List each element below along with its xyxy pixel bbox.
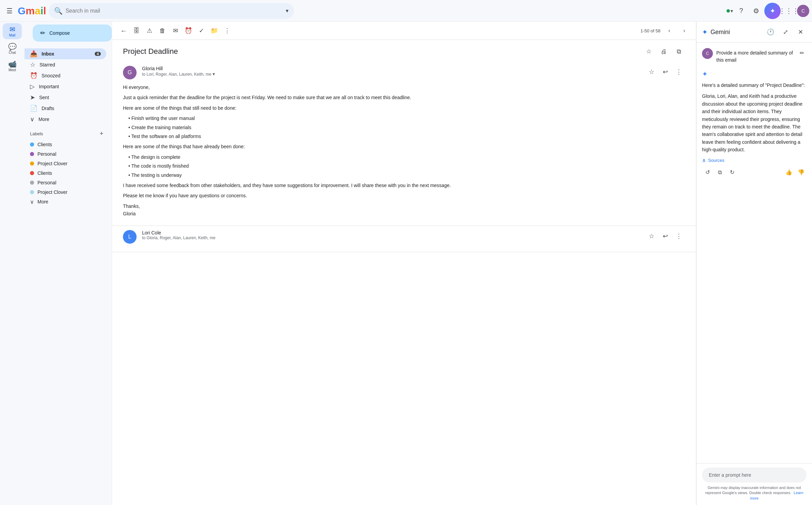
label-item-clients-1[interactable]: Clients (25, 140, 106, 149)
starred-label: Starred (40, 62, 55, 67)
gemini-regenerate-button[interactable]: ↺ (702, 167, 713, 178)
reply-message-2-button[interactable]: ↩ (659, 230, 671, 242)
hamburger-icon[interactable]: ☰ (3, 4, 16, 18)
compose-button[interactable]: ✏ Compose (33, 25, 112, 42)
sidebar-item-mail[interactable]: ✉ Mail (3, 23, 22, 39)
more-message-1-button[interactable]: ⋮ (673, 66, 685, 78)
star-message-1-button[interactable]: ☆ (645, 66, 658, 78)
more-options-button[interactable]: ⋮ (221, 25, 233, 37)
gemini-edit-button[interactable]: ✏ (797, 48, 807, 58)
recipients-2[interactable]: to Gloria, Roger, Alan, Lauren, Keith, m… (142, 235, 640, 240)
message-header-2: L Lori Cole to Gloria, Roger, Alan, Laur… (123, 230, 685, 244)
label-item-more[interactable]: ∨ More (25, 197, 106, 206)
star-subject-button[interactable]: ☆ (643, 45, 655, 58)
back-button[interactable]: ← (118, 25, 130, 37)
spam-button[interactable]: ⚠ (143, 25, 156, 37)
gemini-fab[interactable]: ✦ (764, 3, 781, 19)
message-meta-1: Gloria Hill to Lori, Roger, Alan, Lauren… (142, 66, 640, 77)
label-item-personal-1[interactable]: Personal (25, 149, 106, 159)
search-input[interactable] (65, 8, 283, 14)
nav-item-inbox[interactable]: 📥 Inbox 4 (25, 48, 106, 59)
next-page-button[interactable]: › (678, 25, 690, 37)
search-dropdown-icon[interactable]: ▾ (286, 7, 288, 14)
email-message-2: L Lori Cole to Gloria, Roger, Alan, Laur… (112, 226, 696, 252)
main-nav: 📥 Inbox 4 ☆ Starred ⏰ Snoozed ▷ Importan… (25, 48, 112, 125)
recipients-1[interactable]: to Lori, Roger, Alan, Lauren, Keith, me … (142, 71, 640, 77)
label-dot-project-clover-2 (30, 190, 34, 194)
gemini-sources[interactable]: ∧ Sources (702, 157, 807, 164)
labels-header: Labels (30, 131, 43, 136)
help-icon[interactable]: ? (734, 4, 748, 18)
important-icon: ▷ (30, 83, 35, 90)
gemini-copy-button[interactable]: ⧉ (714, 167, 725, 178)
label-dot-personal-1 (30, 152, 34, 156)
mark-unread-button[interactable]: ✉ (169, 25, 182, 37)
label-dot-clients-1 (30, 142, 34, 147)
status-chevron[interactable]: ▾ (731, 8, 733, 14)
gemini-thumbup-button[interactable]: 👍 (783, 167, 794, 178)
gemini-user-text: Provide a more detailed summary of this … (716, 48, 794, 64)
sidebar-item-chat[interactable]: 💬 Chat (3, 41, 22, 57)
snooze-button[interactable]: ⏰ (182, 25, 194, 37)
sender-avatar-2: L (123, 230, 137, 244)
nav-item-sent[interactable]: ➤ Sent (25, 92, 106, 103)
gemini-thumbdown-button[interactable]: 👎 (796, 167, 807, 178)
mail-icon: ✉ (10, 25, 15, 33)
more-message-2-button[interactable]: ⋮ (673, 230, 685, 242)
nav-item-drafts[interactable]: 📄 Drafts (25, 103, 106, 114)
gemini-user-message: C Provide a more detailed summary of thi… (702, 48, 807, 64)
prev-page-button[interactable]: ‹ (663, 25, 675, 37)
label-more-chevron-icon: ∨ (30, 199, 34, 205)
search-bar: 🔍 ▾ (49, 3, 294, 19)
label-item-project-clover-1[interactable]: Project Clover (25, 159, 106, 168)
snoozed-label: Snoozed (42, 73, 60, 78)
label-dot-personal-2 (30, 181, 34, 185)
apps-icon[interactable]: ⋮⋮⋮ (782, 4, 796, 18)
status-dot (727, 9, 730, 13)
add-label-button[interactable]: + (97, 129, 106, 138)
todo-item-1: Finish writing the user manual (128, 114, 685, 122)
mail-label: Mail (9, 33, 15, 37)
nav-item-starred[interactable]: ☆ Starred (25, 59, 106, 70)
label-item-project-clover-2[interactable]: Project Clover (25, 187, 106, 197)
gemini-expand-button[interactable]: ⤢ (779, 26, 792, 38)
archive-button[interactable]: 🗄 (130, 25, 143, 37)
gemini-title: Gemini (710, 29, 762, 36)
add-task-button[interactable]: ✓ (195, 25, 207, 37)
gemini-footer: Enter a prompt here Gemini may display i… (697, 463, 812, 505)
gemini-history-button[interactable]: 🕐 (764, 26, 777, 38)
gemini-response-intro: Here's a detailed summary of "Project De… (702, 81, 807, 89)
reply-message-1-button[interactable]: ↩ (659, 66, 671, 78)
label-item-personal-2[interactable]: Personal (25, 178, 106, 187)
nav-item-more[interactable]: ∨ More (25, 114, 106, 125)
pagination: 1-50 of 58 ‹ › (640, 25, 690, 37)
gmail-logo: Gmail (18, 6, 46, 16)
gemini-response-sparkle-icon: ✦ (702, 70, 708, 78)
delete-button[interactable]: 🗑 (156, 25, 169, 37)
label-name-clients-1: Clients (37, 142, 52, 147)
drafts-label: Drafts (42, 106, 54, 111)
label-item-clients-2[interactable]: Clients (25, 168, 106, 178)
sidebar-item-meet[interactable]: 📹 Meet (3, 58, 22, 74)
more-label: More (38, 117, 49, 122)
gemini-refresh-button[interactable]: ↻ (727, 167, 737, 178)
icon-sidebar: ✉ Mail 💬 Chat 📹 Meet (0, 22, 25, 505)
user-avatar[interactable]: C (797, 5, 809, 17)
email-subject-row: Project Deadline ☆ 🖨 ⧉ (112, 40, 696, 60)
sender-avatar-1: G (123, 66, 137, 79)
nav-item-snoozed[interactable]: ⏰ Snoozed (25, 70, 106, 81)
move-to-button[interactable]: 📁 (208, 25, 220, 37)
email-toolbar: ← 🗄 ⚠ 🗑 ✉ ⏰ ✓ 📁 ⋮ 1-50 of 58 ‹ › (112, 22, 696, 40)
nav-item-important[interactable]: ▷ Important (25, 81, 106, 92)
search-icon: 🔍 (54, 7, 63, 15)
recipients-expand-icon[interactable]: ▾ (213, 71, 215, 77)
gemini-close-button[interactable]: ✕ (794, 26, 807, 38)
sent-icon: ➤ (30, 94, 35, 101)
print-button[interactable]: 🖨 (658, 45, 670, 58)
star-message-2-button[interactable]: ☆ (645, 230, 658, 242)
gemini-input[interactable]: Enter a prompt here (702, 468, 807, 483)
open-in-new-button[interactable]: ⧉ (673, 45, 685, 58)
done-item-1: The design is complete (128, 153, 685, 161)
settings-icon[interactable]: ⚙ (749, 4, 763, 18)
done-item-3: The testing is underway (128, 171, 685, 179)
